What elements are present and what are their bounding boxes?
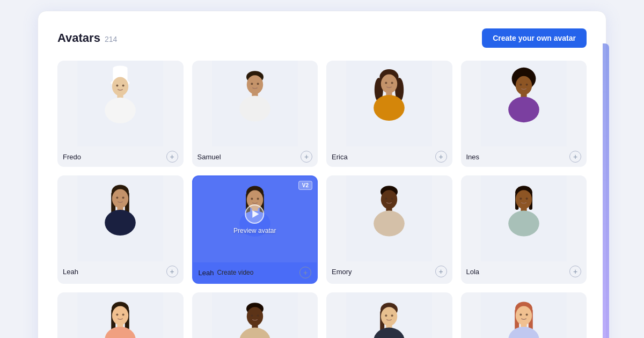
avatar-card-paige[interactable]: Paige + xyxy=(461,292,587,338)
add-avatar-button-leah[interactable]: + xyxy=(166,266,178,277)
add-avatar-button-ines[interactable]: + xyxy=(569,151,581,163)
avatar-card-rosie[interactable]: Rosie + xyxy=(57,292,184,338)
svg-point-39 xyxy=(116,197,119,199)
add-avatar-button-leah_v2[interactable]: + xyxy=(299,267,311,278)
svg-point-20 xyxy=(381,75,397,93)
svg-point-24 xyxy=(391,82,393,84)
avatar-name-fredo: Fredo xyxy=(63,153,81,161)
svg-point-52 xyxy=(381,190,397,209)
svg-point-77 xyxy=(247,307,263,326)
avatar-card-emma[interactable]: Emma + xyxy=(326,292,452,338)
svg-point-63 xyxy=(508,211,539,237)
svg-point-40 xyxy=(122,197,125,199)
avatar-label-row: Fredo + xyxy=(57,146,184,167)
avatar-grid: Fredo + Samuel + xyxy=(57,61,587,338)
avatar-image-fredo xyxy=(57,61,184,146)
avatar-card-lola[interactable]: Lola + xyxy=(461,175,587,284)
add-avatar-button-emory[interactable]: + xyxy=(435,266,447,277)
svg-point-81 xyxy=(257,314,259,317)
svg-point-22 xyxy=(374,95,405,121)
avatar-card-ines[interactable]: Ines + xyxy=(461,61,587,167)
svg-point-15 xyxy=(257,83,259,85)
avatar-card-leah_v2[interactable]: V2 Preview avatar Leah Create video + xyxy=(192,175,318,284)
avatar-name-ines: Ines xyxy=(466,153,480,161)
avatar-card-leah[interactable]: Leah + xyxy=(57,175,184,284)
avatar-label-row: Leah + xyxy=(57,261,184,282)
avatar-image-lola xyxy=(461,175,587,261)
svg-point-38 xyxy=(105,210,136,236)
add-avatar-button-lola[interactable]: + xyxy=(569,266,581,277)
avatar-card-emory2[interactable]: Emory + xyxy=(192,292,318,338)
avatar-card-fredo[interactable]: Fredo + xyxy=(57,61,184,167)
svg-point-70 xyxy=(112,306,128,325)
avatar-image-samuel xyxy=(192,61,318,146)
page-header: Avatars 214 Create your own avatar xyxy=(57,28,587,48)
svg-point-94 xyxy=(516,306,532,325)
v2-badge: V2 xyxy=(298,181,312,190)
avatar-image-leah xyxy=(57,175,184,261)
svg-point-98 xyxy=(525,314,528,316)
svg-point-36 xyxy=(112,189,128,208)
svg-point-13 xyxy=(239,96,270,122)
svg-point-6 xyxy=(105,98,136,123)
svg-point-23 xyxy=(385,82,387,84)
svg-point-8 xyxy=(122,84,125,86)
add-avatar-button-samuel[interactable]: + xyxy=(301,151,312,163)
svg-point-48 xyxy=(251,198,253,200)
svg-point-97 xyxy=(519,314,522,316)
avatar-image-emma xyxy=(326,292,452,338)
create-avatar-button[interactable]: Create your own avatar xyxy=(482,28,587,48)
avatar-image-rosie xyxy=(57,292,184,338)
create-video-label: Create video xyxy=(217,269,253,276)
add-avatar-button-fredo[interactable]: + xyxy=(166,151,178,163)
avatar-label-row: Emory + xyxy=(326,261,452,282)
avatar-preview-leah_v2: V2 Preview avatar xyxy=(193,177,317,262)
svg-point-74 xyxy=(122,314,125,316)
svg-point-49 xyxy=(257,198,259,200)
svg-point-29 xyxy=(508,97,539,122)
add-avatar-button-erica[interactable]: + xyxy=(435,151,447,163)
svg-point-61 xyxy=(516,190,532,209)
preview-text: Preview avatar xyxy=(233,227,276,234)
avatar-image-paige xyxy=(461,292,587,338)
svg-point-88 xyxy=(385,314,387,317)
play-overlay[interactable]: Preview avatar xyxy=(233,204,276,234)
title-text: Avatars xyxy=(57,31,100,45)
avatar-label-row: Ines + xyxy=(461,146,587,167)
play-circle xyxy=(245,204,265,224)
svg-point-4 xyxy=(112,77,128,95)
page-title: Avatars 214 xyxy=(57,31,117,45)
avatar-label-row: Samuel + xyxy=(192,146,318,167)
avatar-image-ines xyxy=(461,61,587,146)
svg-point-3 xyxy=(113,66,128,71)
avatar-label-group: Leah Create video xyxy=(199,269,300,277)
avatar-name-samuel: Samuel xyxy=(197,153,221,161)
avatar-image-emory2 xyxy=(192,292,318,338)
svg-point-85 xyxy=(381,307,397,326)
svg-point-11 xyxy=(247,75,263,94)
svg-point-56 xyxy=(391,197,393,200)
avatar-name-lola: Lola xyxy=(466,268,480,276)
avatar-name-erica: Erica xyxy=(332,153,348,161)
avatar-label-row: Erica + xyxy=(326,146,452,167)
avatar-name-emory: Emory xyxy=(332,268,352,276)
avatar-name-leah: Leah xyxy=(63,268,78,276)
avatar-label-row: Lola + xyxy=(461,261,587,282)
avatar-count: 214 xyxy=(105,35,117,43)
svg-point-54 xyxy=(374,211,405,237)
svg-point-7 xyxy=(116,84,119,86)
avatar-image-emory xyxy=(326,175,452,261)
avatar-label-row: Leah Create video + xyxy=(193,262,317,283)
app-container: Avatars 214 Create your own avatar xyxy=(38,11,606,338)
avatar-name-leah_v2: Leah xyxy=(199,269,214,277)
avatar-card-samuel[interactable]: Samuel + xyxy=(192,61,318,167)
svg-point-80 xyxy=(251,314,253,317)
avatar-card-erica[interactable]: Erica + xyxy=(326,61,452,167)
svg-point-65 xyxy=(525,197,528,200)
svg-point-27 xyxy=(516,76,532,95)
svg-point-14 xyxy=(251,83,253,85)
svg-point-31 xyxy=(525,84,528,86)
play-icon xyxy=(252,210,259,218)
svg-point-73 xyxy=(116,314,119,316)
avatar-card-emory[interactable]: Emory + xyxy=(326,175,452,284)
